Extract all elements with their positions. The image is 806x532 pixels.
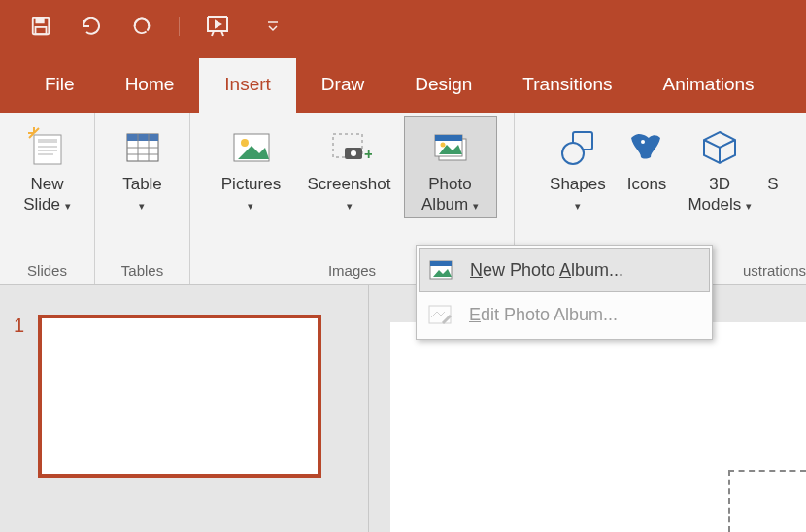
content-placeholder[interactable] (728, 470, 806, 532)
slide-canvas[interactable] (390, 322, 806, 532)
group-label-tables: Tables (95, 256, 189, 284)
slide-thumbnail-pane[interactable]: 1 (0, 285, 369, 532)
new-slide-label-2: Slide (23, 195, 60, 214)
customize-qat-button[interactable] (259, 13, 286, 40)
icons-icon (627, 128, 666, 167)
new-slide-icon (28, 127, 67, 168)
chevron-down-icon: ▾ (139, 200, 145, 212)
photo-album-button[interactable]: PhotoAlbum ▾ (404, 116, 497, 218)
chevron-down-icon: ▾ (65, 200, 71, 212)
smartart-partial-label: S (767, 175, 778, 193)
tab-design[interactable]: Design (389, 58, 497, 113)
edit-photo-album-icon (426, 301, 453, 328)
screenshot-label: Screenshot (308, 175, 391, 193)
group-label-slides: Slides (0, 256, 94, 284)
new-slide-button[interactable]: NewSlide ▾ (13, 116, 83, 218)
svg-point-38 (641, 140, 645, 144)
3d-models-button[interactable]: 3DModels ▾ (677, 116, 762, 218)
svg-point-35 (440, 143, 445, 148)
chevron-down-icon: ▾ (575, 200, 581, 212)
photo-album-label-1: Photo (428, 175, 471, 193)
menu-new-photo-album-label: New Photo Album... (470, 260, 623, 281)
new-slide-label-1: New (30, 175, 63, 193)
3d-models-label-1: 3D (709, 175, 730, 193)
shapes-icon (557, 128, 598, 167)
svg-rect-1 (36, 18, 43, 23)
pictures-icon (230, 128, 273, 167)
save-icon (30, 16, 51, 37)
tab-transitions[interactable]: Transitions (497, 58, 637, 113)
chevron-down-icon: ▾ (473, 200, 479, 212)
qat-separator (179, 17, 180, 36)
photo-album-label-2: Album (421, 195, 468, 214)
slideshow-icon (206, 16, 233, 37)
svg-rect-2 (36, 27, 47, 34)
chevron-down-icon: ▾ (746, 200, 752, 212)
pictures-button[interactable]: Pictures▾ (208, 116, 295, 218)
save-button[interactable] (27, 13, 54, 40)
chevron-down-icon: ▾ (347, 200, 353, 212)
icons-label: Icons (627, 175, 667, 193)
dropdown-caret-icon (267, 19, 279, 33)
chevron-down-icon: ▾ (248, 200, 253, 212)
tab-draw[interactable]: Draw (296, 58, 389, 113)
redo-icon (131, 16, 152, 37)
menu-edit-photo-album-label: Edit Photo Album... (469, 305, 618, 325)
new-photo-album-icon (427, 256, 454, 283)
undo-button[interactable] (78, 13, 105, 40)
svg-point-25 (241, 139, 249, 147)
redo-button[interactable] (128, 13, 155, 40)
screenshot-button[interactable]: + Screenshot▾ (295, 116, 404, 218)
svg-rect-42 (430, 261, 452, 266)
screenshot-icon: + (327, 128, 372, 167)
quick-access-toolbar (0, 0, 806, 52)
svg-point-37 (562, 143, 584, 164)
3d-models-icon (700, 128, 739, 167)
slideshow-from-start-button[interactable] (203, 13, 236, 40)
table-label: Table (122, 175, 162, 193)
tab-animations[interactable]: Animations (638, 58, 780, 113)
tab-file[interactable]: File (19, 58, 100, 113)
slide-thumbnail-1[interactable] (38, 315, 321, 478)
tab-insert[interactable]: Insert (199, 58, 296, 113)
table-icon (123, 128, 162, 167)
menu-new-photo-album[interactable]: New Photo Album... (419, 248, 710, 292)
group-slides: NewSlide ▾ Slides (0, 113, 95, 284)
ribbon-tabs: File Home Insert Draw Design Transitions… (0, 52, 806, 113)
tab-home[interactable]: Home (100, 58, 200, 113)
smartart-button[interactable]: S (762, 116, 782, 197)
svg-marker-7 (216, 21, 220, 27)
svg-text:+: + (364, 146, 372, 162)
shapes-label: Shapes (550, 175, 606, 193)
svg-rect-33 (435, 135, 462, 141)
slide-number: 1 (14, 315, 24, 532)
shapes-button[interactable]: Shapes▾ (539, 116, 617, 218)
photo-album-icon (429, 127, 472, 168)
table-button[interactable]: Table▾ (108, 116, 178, 218)
svg-rect-19 (127, 134, 158, 141)
group-tables: Table▾ Tables (95, 113, 190, 284)
undo-icon (80, 17, 103, 36)
icons-button[interactable]: Icons (617, 116, 678, 197)
3d-models-label-2: Models (688, 195, 741, 214)
pictures-label: Pictures (221, 175, 281, 193)
svg-point-29 (351, 150, 356, 156)
svg-rect-10 (38, 139, 57, 143)
menu-edit-photo-album: Edit Photo Album... (419, 292, 710, 337)
photo-album-menu: New Photo Album... Edit Photo Album... (416, 245, 713, 340)
